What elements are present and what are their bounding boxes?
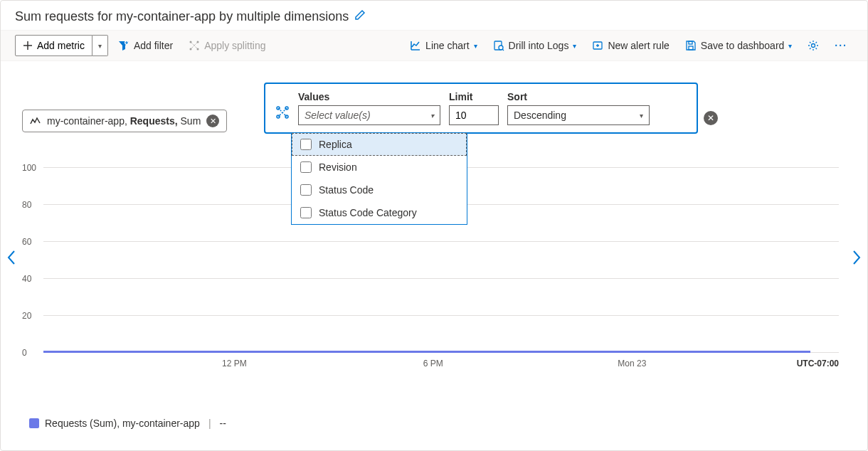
chart-data-line [43, 351, 810, 353]
chevron-down-icon: ▾ [788, 42, 792, 50]
dropdown-item-status-code-category[interactable]: Status Code Category [292, 201, 467, 224]
values-label: Values [298, 91, 440, 102]
chart-legend: Requests (Sum), my-container-app | -- [29, 418, 226, 429]
logs-icon [493, 40, 504, 51]
chart-next-icon[interactable] [852, 250, 862, 269]
svg-rect-8 [689, 46, 693, 50]
line-chart-icon [410, 40, 421, 51]
add-filter-button[interactable]: Add filter [112, 36, 179, 55]
sort-label: Sort [507, 91, 650, 102]
checkbox-replica[interactable] [300, 139, 312, 150]
dropdown-item-replica[interactable]: Replica [292, 133, 467, 156]
split-icon [189, 40, 200, 51]
remove-metric-icon[interactable]: ✕ [206, 115, 219, 127]
checkbox-status-code-category[interactable] [300, 207, 312, 218]
dropdown-item-status-code[interactable]: Status Code [292, 179, 467, 201]
title-row: Sum requests for my-container-app by mul… [1, 1, 867, 30]
metric-chip[interactable]: my-container-app, Requests, Sum ✕ [22, 110, 227, 132]
chart-prev-icon[interactable] [6, 250, 16, 269]
alert-icon [592, 40, 603, 51]
split-panel: Values Select value(s) ▾ Limit Sort Desc… [264, 83, 698, 134]
chevron-down-icon: ▾ [430, 112, 434, 120]
add-metric-chevron[interactable]: ▾ [92, 35, 108, 56]
plus-icon [23, 41, 33, 51]
values-select[interactable]: Select value(s) ▾ [298, 105, 440, 125]
dropdown-item-revision[interactable]: Revision [292, 156, 467, 179]
chevron-down-icon: ▾ [98, 42, 102, 50]
save-icon [685, 40, 697, 51]
filter-icon [118, 40, 129, 51]
toolbar: Add metric ▾ Add filter Apply splitting … [1, 30, 867, 61]
legend-value: -- [220, 418, 226, 429]
legend-label: Requests (Sum), my-container-app [45, 418, 200, 429]
save-dashboard-button[interactable]: Save to dashboard ▾ [679, 36, 798, 55]
values-dropdown: Replica Revision Status Code Status Code… [291, 132, 467, 225]
more-button[interactable]: ··· [829, 36, 853, 55]
page-title: Sum requests for my-container-app by mul… [15, 9, 349, 24]
add-metric-button[interactable]: Add metric [15, 35, 92, 56]
limit-input[interactable] [449, 105, 499, 125]
split-panel-icon [275, 91, 290, 125]
metric-line-icon [30, 117, 41, 125]
sort-select[interactable]: Descending ▾ [507, 105, 650, 125]
new-alert-button[interactable]: New alert rule [586, 36, 674, 55]
edit-title-icon[interactable] [354, 9, 366, 24]
checkbox-revision[interactable] [300, 161, 312, 173]
checkbox-status-code[interactable] [300, 184, 312, 196]
drill-logs-button[interactable]: Drill into Logs ▾ [487, 36, 583, 55]
legend-swatch [29, 418, 39, 428]
settings-button[interactable] [802, 36, 825, 55]
line-chart-button[interactable]: Line chart ▾ [404, 36, 482, 55]
chevron-down-icon: ▾ [640, 112, 643, 120]
chevron-down-icon: ▾ [474, 42, 477, 50]
apply-splitting-button: Apply splitting [183, 36, 271, 55]
chevron-down-icon: ▾ [573, 42, 576, 50]
svg-rect-9 [689, 41, 692, 44]
close-split-icon[interactable]: ✕ [704, 111, 718, 125]
limit-label: Limit [449, 91, 499, 102]
gear-icon [808, 40, 819, 51]
svg-point-10 [812, 44, 815, 48]
timezone-label: UTC-07:00 [797, 359, 839, 368]
